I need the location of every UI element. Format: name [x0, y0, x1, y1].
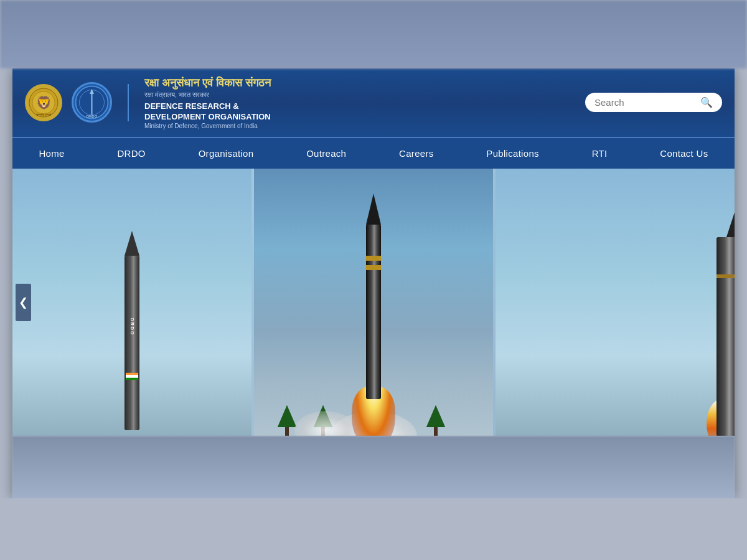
right-missile-band	[716, 274, 735, 278]
nav-link-rti[interactable]: RTI	[586, 138, 614, 169]
right-missile-nose	[726, 203, 735, 237]
right-missile-body	[716, 237, 735, 436]
hero-panel-center	[254, 169, 493, 436]
hindi-org-sub: रक्षा मंत्रालय, भारत सरकार	[144, 90, 271, 100]
nav-link-drdo[interactable]: DRDO	[111, 138, 151, 169]
drdo-missile-label: DRDO	[130, 318, 134, 336]
missile-left: DRDO	[123, 231, 141, 430]
right-missile-assembly	[716, 203, 735, 436]
nav-link-contact[interactable]: Contact Us	[654, 138, 714, 169]
chevron-left-icon: ❮	[19, 296, 28, 309]
missile-band-2	[366, 265, 381, 270]
header-logos: 🦁 सत्यमेव जयते DRDO	[25, 76, 271, 129]
missile-flag	[126, 373, 138, 380]
nav-item-rti[interactable]: RTI	[586, 138, 614, 169]
search-icon: 🔍	[700, 96, 713, 108]
nav-item-publications[interactable]: Publications	[480, 138, 545, 169]
ashoka-emblem: 🦁 सत्यमेव जयते	[25, 84, 62, 121]
svg-text:🦁: 🦁	[36, 95, 52, 110]
eng-org-sub: Ministry of Defence, Government of India	[144, 123, 271, 129]
nav-item-careers[interactable]: Careers	[393, 138, 439, 169]
nav-item-drdo[interactable]: DRDO	[111, 138, 151, 169]
carousel-prev-button[interactable]: ❮	[16, 284, 31, 321]
search-area: 🔍	[585, 93, 722, 112]
center-missile-body	[366, 225, 381, 399]
tree-trunk	[434, 427, 438, 436]
drdo-logo: DRDO	[72, 82, 112, 123]
missile-body-left: DRDO	[125, 256, 139, 430]
missile-nose-left	[125, 231, 139, 256]
header-divider	[128, 84, 129, 121]
svg-text:सत्यमेव जयते: सत्यमेव जयते	[35, 113, 51, 116]
missile-band-1	[366, 256, 381, 261]
hero-panel-left: DRDO	[12, 169, 251, 436]
org-text-block: रक्षा अनुसंधान एवं विकास संगठन रक्षा मंत…	[144, 76, 271, 129]
nav-item-outreach[interactable]: Outreach	[300, 138, 352, 169]
hindi-org-name: रक्षा अनुसंधान एवं विकास संगठन	[144, 76, 271, 90]
main-navbar: Home DRDO Organisation Outreach Careers …	[12, 137, 735, 169]
center-missile-nose	[366, 194, 381, 225]
nav-link-home[interactable]: Home	[32, 138, 70, 169]
nav-item-organisation[interactable]: Organisation	[192, 138, 260, 169]
nav-link-careers[interactable]: Careers	[393, 138, 439, 169]
nav-link-organisation[interactable]: Organisation	[192, 138, 260, 169]
nav-link-publications[interactable]: Publications	[480, 138, 545, 169]
bottom-blur-bar	[12, 436, 735, 498]
nav-item-home[interactable]: Home	[32, 138, 70, 169]
tree-trunk	[285, 427, 289, 436]
hero-carousel: ❮ DRDO	[12, 169, 735, 436]
tree-top	[278, 405, 296, 427]
tree-top	[426, 405, 445, 427]
search-input[interactable]	[594, 97, 700, 108]
nav-link-outreach[interactable]: Outreach	[300, 138, 352, 169]
svg-text:DRDO: DRDO	[87, 114, 98, 118]
drdo-logo-inner: DRDO	[75, 85, 109, 119]
browser-bar	[0, 0, 747, 68]
eng-org-name: DEFENCE RESEARCH & DEVELOPMENT ORGANISAT…	[144, 101, 271, 123]
hero-panel-right	[496, 169, 735, 436]
center-missile-assembly	[366, 194, 381, 399]
nav-item-contact[interactable]: Contact Us	[654, 138, 714, 169]
site-header: 🦁 सत्यमेव जयते DRDO	[12, 68, 735, 137]
search-box[interactable]: 🔍	[585, 93, 722, 112]
